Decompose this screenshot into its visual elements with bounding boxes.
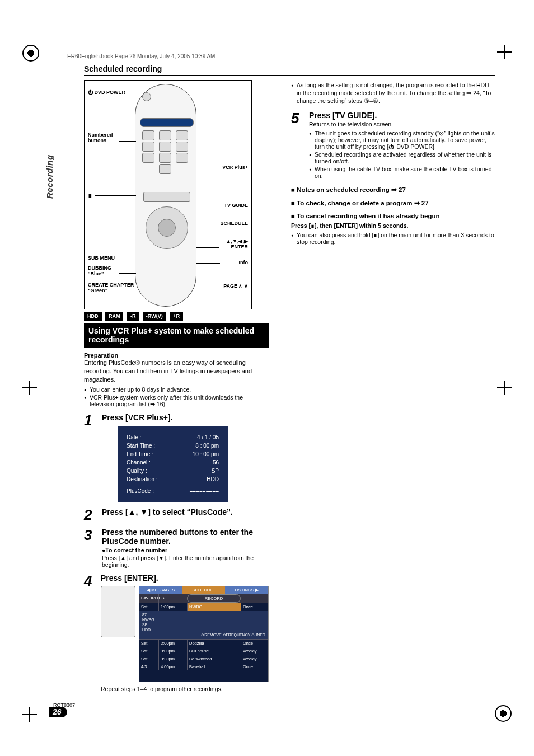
guide-row-4: 4/34:00pmBaseballOnce (139, 663, 268, 670)
guide-row-1: Sat2:00pmDodzillaOnce (139, 639, 268, 647)
remote-diagram: ⏻ DVD POWER Numbered buttons VCR Plus+ ∎… (84, 80, 252, 309)
osd-et-l: End Time : (127, 450, 153, 458)
gr4-p: Baseball (187, 663, 241, 670)
print-mark-tr (497, 45, 512, 59)
gr3-p: Be switched (187, 655, 241, 663)
lbl-stop: ∎ (88, 191, 92, 199)
gr0-p: NWBG (187, 603, 241, 611)
note-3-bullet: You can also press and hold [∎] on the m… (291, 232, 495, 245)
guide-tab-messages: ◀ MESSAGES (139, 586, 182, 594)
section-title: Scheduled recording (84, 64, 495, 76)
osd-panel: Date :4 / 1 / 05 Start Time :8 : 00 pm E… (118, 426, 228, 502)
gr1-d: Sat (139, 640, 158, 647)
gr1-t: 2:00pm (158, 640, 187, 647)
guide-fav: FAVORITES (139, 594, 158, 603)
osd-d-l: Destination : (127, 475, 158, 483)
guide-row-0: Sat 1:00pm NWBG Once (139, 603, 268, 611)
print-mark-ml (22, 381, 37, 395)
step-3: 3 Press the numbered buttons to enter th… (84, 528, 269, 568)
band-+r: +R (170, 312, 183, 321)
lbl-submenu: SUB MENU (88, 255, 115, 261)
osd-st-v: 8 : 00 pm (195, 442, 219, 450)
note-1: Notes on scheduled recording ➡ 27 (291, 186, 495, 194)
note-3: To cancel recording when it has already … (291, 213, 495, 219)
feature-bar: Using VCR Plus+ system to make scheduled… (84, 323, 269, 348)
print-mark-br (495, 705, 512, 722)
osd-ch-v: 56 (213, 458, 219, 467)
step-5-title: Press [TV GUIDE]. (309, 111, 495, 120)
gd0: 87 (142, 612, 265, 617)
step-1-title: Press [VCR Plus+]. (102, 413, 269, 422)
step-3-title: Press the numbered buttons to enter the … (102, 528, 269, 546)
step-4-title: Press [ENTER]. (101, 574, 269, 583)
step-5-sub: Returns to the television screen. (309, 121, 495, 128)
gr1-p: Dodzilla (187, 640, 241, 647)
step-2-title: Press [▲, ▼] to select “PlusCode”. (102, 508, 269, 516)
lbl-info: Info (239, 260, 249, 265)
step-5-num: 5 (291, 111, 303, 180)
tv-frame-icon (101, 586, 135, 637)
gr0-t: 1:00pm (158, 603, 187, 611)
prep-bullet-1: You can enter up to 8 days in advance. (84, 386, 269, 393)
lbl-numbered: Numbered buttons (88, 132, 127, 143)
header-stamp: ER60English.book Page 26 Monday, July 4,… (67, 53, 215, 59)
gr1-f: Once (241, 640, 268, 647)
gr3-f: Weekly (241, 655, 268, 663)
gr4-f: Once (241, 663, 268, 670)
print-mark-mr (497, 381, 512, 395)
lbl-dvd-power: ⏻ DVD POWER (88, 90, 125, 95)
guide-tab-schedule: SCHEDULE (182, 586, 226, 594)
step-1: 1 Press [VCR Plus+]. Date :4 / 1 / 05 St… (84, 413, 269, 502)
preparation-heading: Preparation (84, 352, 269, 359)
guide-row-2: Sat3:00pmBull houseWeekly (139, 647, 268, 655)
preparation-body: Entering PlusCode® numbers is an easy wa… (84, 359, 269, 384)
step-3-sub-bold: ●To correct the number (102, 547, 167, 553)
lbl-dubbing: DUBBING “Blue” (88, 265, 111, 276)
band-hdd: HDD (84, 312, 102, 321)
gr3-t: 3:30pm (158, 655, 187, 663)
gd2: SP (142, 622, 265, 627)
gr2-d: Sat (139, 647, 158, 655)
step-2: 2 Press [▲, ▼] to select “PlusCode”. (84, 508, 269, 522)
step-3-num: 3 (84, 528, 96, 568)
gr0-d: Sat (139, 603, 158, 611)
gr4-d: 4/3 (139, 663, 158, 670)
s5-b2: Scheduled recordings are activated regar… (309, 151, 495, 165)
osd-d-v: HDD (207, 475, 219, 483)
side-tab-recording: Recording (45, 154, 54, 199)
step-4: 4 Press [ENTER]. ◀ MESSAGES SCHEDULE LIS… (84, 574, 269, 692)
osd-q-l: Quality : (127, 467, 147, 475)
print-mark-bl (22, 707, 37, 722)
s5-b3: When using the cable TV box, make sure t… (309, 166, 495, 179)
disc-bands: HDD RAM -R -RW(V) +R (84, 309, 269, 321)
lbl-tvguide: TV GUIDE (224, 203, 248, 208)
gr2-p: Bull house (187, 647, 241, 655)
lbl-vcrplus: VCR Plus+ (222, 165, 248, 170)
gr2-f: Weekly (241, 647, 268, 655)
lbl-createchapter: CREATE CHAPTER “Green” (88, 282, 134, 293)
band--r: -R (127, 312, 139, 321)
preparation-bullets: You can enter up to 8 days in advance. V… (84, 386, 269, 407)
lbl-page: PAGE ∧ ∨ (223, 283, 248, 289)
gd1: NWBG (142, 617, 265, 622)
gr3-d: Sat (139, 655, 158, 663)
gdf: ⊝REMOVE ⊝FREQUENCY ⊝ INFO (142, 632, 265, 637)
gd3: HDD (142, 627, 265, 632)
osd-ch-l: Channel : (127, 458, 151, 467)
prep-bullet-2: VCR Plus+ system works only after this u… (84, 394, 269, 407)
step-4-num: 4 (84, 574, 95, 692)
band--rwv: -RW(V) (143, 312, 166, 321)
band-ram: RAM (105, 312, 124, 321)
step-1-num: 1 (84, 413, 96, 502)
step-2-num: 2 (84, 508, 96, 522)
note-3-sub: Press [∎], then [ENTER] within 5 seconds… (291, 222, 408, 229)
gr4-t: 4:00pm (158, 663, 187, 670)
note-2: To check, change or delete a program ➡ 2… (291, 199, 495, 207)
osd-st-l: Start Time : (127, 442, 155, 450)
guide-grid: ◀ MESSAGES SCHEDULE LISTINGS ▶ FAVORITES… (139, 586, 269, 682)
osd-pc-l: PlusCode : (127, 487, 154, 495)
osd-et-v: 10 : 00 pm (193, 450, 219, 458)
step-3-sub: Press [▲] and press [▼]. Enter the numbe… (102, 555, 269, 568)
guide-detail: 87 NWBG SP HDD ⊝REMOVE ⊝FREQUENCY ⊝ INFO (139, 611, 268, 639)
s5-b1: The unit goes to scheduled recording sta… (309, 130, 495, 150)
